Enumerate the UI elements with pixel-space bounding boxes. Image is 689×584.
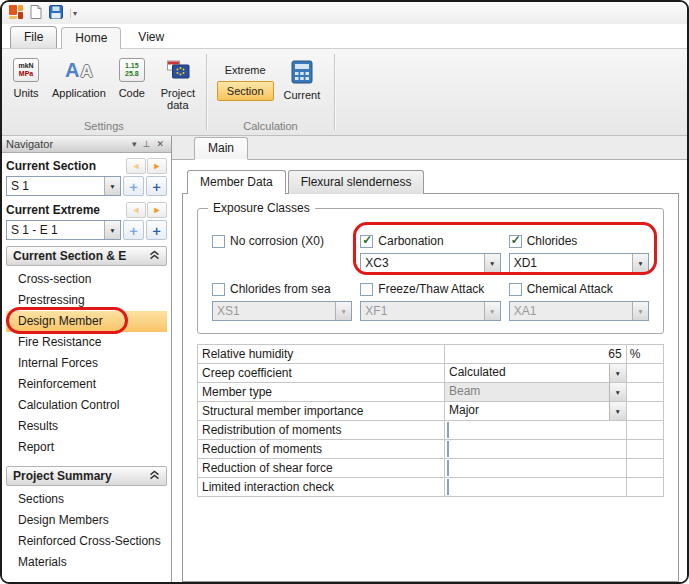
section-toggle-button[interactable]: Section <box>217 81 274 101</box>
nav-item-results[interactable]: Results <box>6 416 167 437</box>
nav-items-project-summary: Sections Design Members Reinforced Cross… <box>6 486 167 575</box>
units-button[interactable]: mkNMPa Units <box>6 52 46 101</box>
project-data-button[interactable]: Project data <box>154 52 202 113</box>
nav-item-materials[interactable]: Materials <box>6 552 167 573</box>
carbonation-checkbox[interactable]: ✓ <box>360 235 373 248</box>
code-button[interactable]: 1.1525.8 Code <box>112 52 152 101</box>
nav-item-cross-section[interactable]: Cross-section <box>6 269 167 290</box>
carbonation-class-combo[interactable]: XC3 ▼ <box>360 253 500 273</box>
member-data-page: Exposure Classes No corrosion (X0) <box>182 193 679 582</box>
nav-item-design-members[interactable]: Design Members <box>6 510 167 531</box>
row-label: Reduction of moments <box>198 440 445 459</box>
combo-arrow-icon[interactable]: ▼ <box>104 221 120 239</box>
nav-item-prestressing[interactable]: Prestressing <box>6 290 167 311</box>
combo-arrow-icon: ▼ <box>484 302 500 320</box>
freeze-thaw-checkbox[interactable] <box>360 283 373 296</box>
current-extreme-combo[interactable]: S 1 - E 1 ▼ <box>6 220 121 240</box>
exposure-cell-freeze-thaw: Freeze/Thaw Attack XF1 ▼ <box>360 281 500 321</box>
combo-arrow-icon[interactable]: ▼ <box>484 254 500 272</box>
nav-item-fire-resistance[interactable]: Fire Resistance <box>6 332 167 353</box>
exposure-classes-groupbox: Exposure Classes No corrosion (X0) <box>197 208 664 334</box>
chemical-attack-class-combo: XA1 ▼ <box>509 301 649 321</box>
nav-item-internal-forces[interactable]: Internal Forces <box>6 353 167 374</box>
add-section-button[interactable]: ＋ <box>123 176 144 196</box>
current-button[interactable]: Current <box>280 54 325 103</box>
tab-file[interactable]: File <box>10 26 57 48</box>
structural-importance-combo[interactable]: Major ▼ <box>445 402 626 420</box>
tab-home[interactable]: Home <box>61 27 121 49</box>
groupbox-title: Exposure Classes <box>208 201 315 215</box>
combo-arrow-icon: ▼ <box>335 302 351 320</box>
ribbon-group-calculation: Extreme Section Current Calculation <box>207 49 334 135</box>
freeze-thaw-class-combo: XF1 ▼ <box>360 301 500 321</box>
combo-arrow-icon: ▼ <box>609 383 626 401</box>
application-button[interactable]: AA Application <box>48 52 110 101</box>
close-icon[interactable]: ✕ <box>153 139 167 149</box>
app-logo-icon[interactable] <box>8 4 24 23</box>
table-row-relative-humidity: Relative humidity 65 % <box>198 345 664 364</box>
exposure-cell-chlorides: ✓ Chlorides XD1 ▼ <box>509 233 649 273</box>
combo-arrow-icon: ▼ <box>632 302 648 320</box>
redistribution-of-moments-checkbox[interactable] <box>447 422 449 438</box>
save-icon[interactable] <box>48 4 64 23</box>
tab-view[interactable]: View <box>125 27 177 48</box>
row-label: Reduction of shear force <box>198 459 445 478</box>
combo-arrow-icon[interactable]: ▼ <box>609 364 626 382</box>
ribbon-group-separator <box>334 54 335 130</box>
combo-arrow-icon[interactable]: ▼ <box>104 177 120 195</box>
document-tab-bar: Main <box>172 136 687 160</box>
qat-customize-dropdown[interactable]: ▾ <box>70 9 79 18</box>
next-section-button[interactable]: ► <box>147 158 167 174</box>
tab-flexural-slenderness[interactable]: Flexural slenderness <box>288 170 425 194</box>
combo-arrow-icon[interactable]: ▼ <box>632 254 648 272</box>
current-section-combo[interactable]: S 1 ▼ <box>6 176 121 196</box>
reduction-of-moments-checkbox[interactable] <box>447 441 449 457</box>
ribbon-tab-bar: File Home View <box>2 24 687 48</box>
chlorides-class-combo[interactable]: XD1 ▼ <box>509 253 649 273</box>
nav-group-header-project-summary[interactable]: Project Summary <box>6 466 167 486</box>
collapse-icon <box>149 249 160 263</box>
no-corrosion-checkbox[interactable] <box>212 235 225 248</box>
nav-item-design-member[interactable]: Design Member <box>6 311 167 332</box>
collapse-icon <box>149 469 160 483</box>
quick-access-toolbar: ▾ <box>2 2 687 24</box>
nav-item-report[interactable]: Report <box>6 437 167 458</box>
previous-extreme-button[interactable]: ◄ <box>126 202 146 218</box>
exposure-cell-chemical: Chemical Attack XA1 ▼ <box>509 281 649 321</box>
nav-item-reinforcement[interactable]: Reinforcement <box>6 374 167 395</box>
nav-item-sections[interactable]: Sections <box>6 489 167 510</box>
creep-coefficient-combo[interactable]: Calculated ▼ <box>445 364 626 382</box>
ribbon-group-settings: mkNMPa Units AA Application 1.1525.8 Cod… <box>2 49 206 135</box>
chlorides-from-sea-checkbox[interactable] <box>212 283 225 296</box>
table-row-reduction-of-shear-force: Reduction of shear force <box>198 459 664 478</box>
reduction-of-shear-force-checkbox[interactable] <box>447 460 449 476</box>
chemical-attack-checkbox[interactable] <box>509 283 522 296</box>
navigator-menu-icon[interactable]: ▾ <box>129 139 140 149</box>
new-document-icon[interactable] <box>28 4 44 23</box>
chlorides-checkbox[interactable]: ✓ <box>509 235 522 248</box>
nav-item-reinforced-cross-sections[interactable]: Reinforced Cross-Sections <box>6 531 167 552</box>
combo-arrow-icon[interactable]: ▼ <box>609 402 626 420</box>
row-unit: % <box>626 345 663 364</box>
project-data-icon <box>166 56 190 84</box>
units-icon: mkNMPa <box>13 56 39 84</box>
manage-extremes-button[interactable]: ＋ <box>146 220 167 240</box>
row-label: Redistribution of moments <box>198 421 445 440</box>
add-extreme-button[interactable]: ＋ <box>123 220 144 240</box>
calculation-group-label: Calculation <box>211 119 330 135</box>
next-extreme-button[interactable]: ► <box>147 202 167 218</box>
tab-member-data[interactable]: Member Data <box>187 170 286 194</box>
table-row-member-type: Member type Beam ▼ <box>198 383 664 402</box>
row-label: Creep coefficient <box>198 364 445 383</box>
pin-icon[interactable]: ⊥ <box>140 139 154 149</box>
nav-group-header-current-section[interactable]: Current Section & E <box>6 246 167 266</box>
limited-interaction-check-checkbox[interactable] <box>447 479 449 495</box>
previous-section-button[interactable]: ◄ <box>126 158 146 174</box>
manage-sections-button[interactable]: ＋ <box>146 176 167 196</box>
tab-main-document[interactable]: Main <box>194 137 248 160</box>
nav-item-calculation-control[interactable]: Calculation Control <box>6 395 167 416</box>
application-window: ▾ File Home View mkNMPa Units AA Applica… <box>0 0 689 584</box>
navigator-panel: Navigator ▾ ⊥ ✕ Current Section ◄ ► S 1 <box>2 136 172 582</box>
settings-group-label: Settings <box>6 119 202 135</box>
relative-humidity-input[interactable]: 65 <box>444 345 626 364</box>
